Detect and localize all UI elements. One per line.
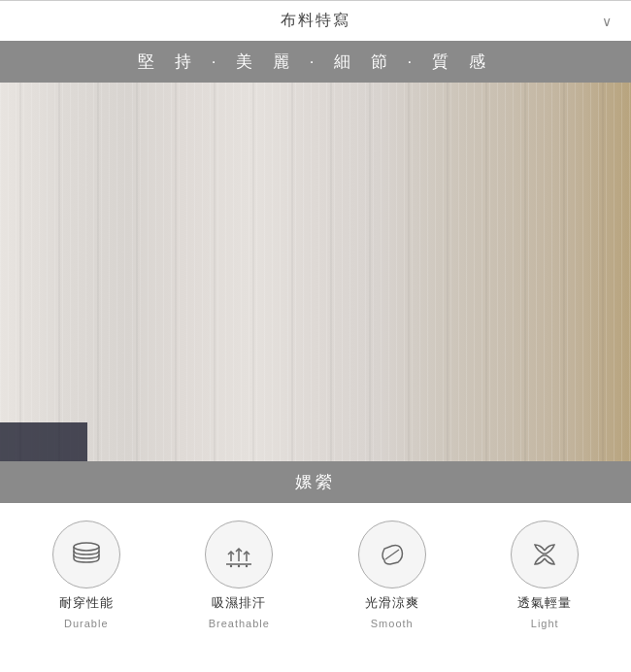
svg-point-5 <box>230 565 232 567</box>
durable-label-zh: 耐穿性能 <box>59 594 114 612</box>
smooth-label-en: Smooth <box>371 618 414 629</box>
breathable-icon <box>221 537 256 572</box>
durable-icon <box>69 537 104 572</box>
fabric-image <box>0 83 631 461</box>
breathable-label-en: Breathable <box>209 618 270 629</box>
durable-icon-circle <box>52 521 120 588</box>
svg-line-8 <box>385 550 399 559</box>
features-row: 耐穿性能 Durable <box>0 503 631 639</box>
fabric-dark-stripe <box>0 422 87 461</box>
svg-point-9 <box>543 553 547 556</box>
light-icon-circle <box>511 521 579 588</box>
durable-label-en: Durable <box>64 618 109 629</box>
light-label-en: Light <box>531 618 559 629</box>
feature-smooth: 光滑涼爽 Smooth <box>329 521 455 629</box>
light-icon <box>527 537 562 572</box>
section-header: 布料特寫 ∨ <box>0 1 631 41</box>
light-label-zh: 透氣輕量 <box>517 594 572 612</box>
motto-banner: 堅 持 · 美 麗 · 細 節 · 質 感 <box>0 41 631 83</box>
feature-breathable: 吸濕排汗 Breathable <box>176 521 302 629</box>
section-title: 布料特寫 <box>281 11 350 31</box>
svg-point-6 <box>238 565 240 567</box>
smooth-icon <box>375 537 410 572</box>
breathable-label-zh: 吸濕排汗 <box>212 594 266 612</box>
svg-point-7 <box>246 565 248 567</box>
feature-light: 透氣輕量 Light <box>482 521 608 629</box>
sub-header: 嫘縈 <box>0 461 631 503</box>
smooth-icon-circle <box>358 521 426 588</box>
chevron-icon: ∨ <box>602 14 612 29</box>
svg-point-0 <box>74 543 99 551</box>
breathable-icon-circle <box>205 521 273 588</box>
smooth-label-zh: 光滑涼爽 <box>365 594 419 612</box>
feature-durable: 耐穿性能 Durable <box>23 521 149 629</box>
